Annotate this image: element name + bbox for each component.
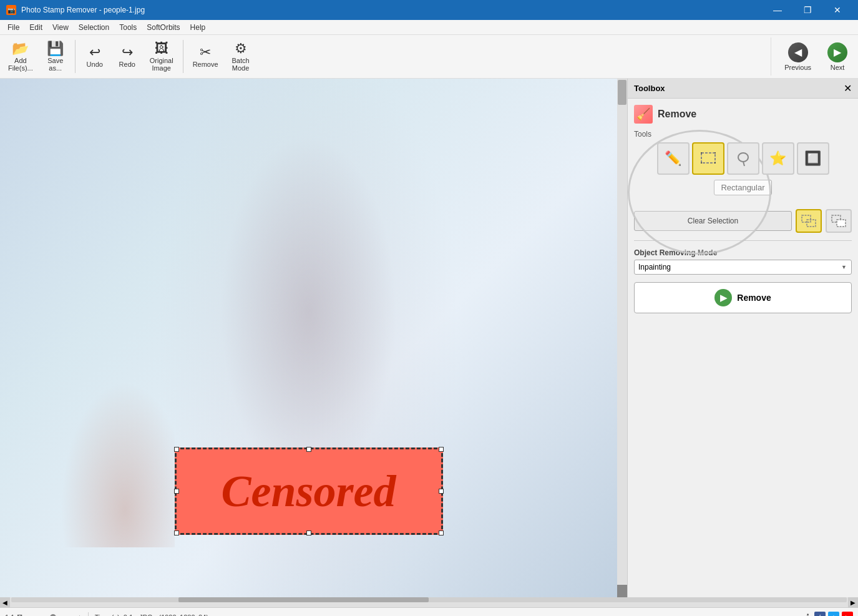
remove-button[interactable]: ✂ Remove <box>187 37 224 76</box>
censored-text: Censored <box>221 466 396 517</box>
canvas-area[interactable]: Censored <box>0 79 627 597</box>
zoom-thumb[interactable] <box>50 614 56 617</box>
next-button[interactable]: ▶ Next <box>819 37 856 76</box>
rectangular-tool-button[interactable] <box>692 142 724 175</box>
redo-icon: ↪ <box>122 46 133 59</box>
pencil-tool-button[interactable]: ✏️ <box>657 142 690 175</box>
remove-toolbar-icon: ✂ <box>200 46 211 59</box>
svg-rect-3 <box>701 162 702 164</box>
app-icon: 📷 <box>6 5 16 15</box>
selection-handle-tm <box>306 447 311 452</box>
status-separator <box>88 612 89 617</box>
scroll-left-button[interactable]: ◀ <box>0 597 10 607</box>
mode-label: Object Removing Mode <box>634 248 852 257</box>
svg-rect-4 <box>714 162 716 164</box>
toolbar-separator-1 <box>75 40 76 73</box>
social-icon-1[interactable]: f <box>814 612 826 617</box>
remove-title: Remove <box>658 109 696 120</box>
h-scroll-thumb[interactable] <box>178 597 429 602</box>
toolbar: 📂 AddFile(s)... 💾 Saveas... ↩ Undo ↪ Red… <box>0 35 858 79</box>
title-bar: 📷 Photo Stamp Remover - people-1.jpg — ❐… <box>0 0 858 20</box>
vertical-scrollbar[interactable] <box>617 79 627 585</box>
add-files-icon: 📂 <box>12 42 29 56</box>
svg-rect-6 <box>802 215 811 222</box>
h-scroll-track[interactable] <box>11 597 847 602</box>
svg-rect-0 <box>701 153 715 163</box>
selection-handle-ml <box>174 489 179 494</box>
redo-button[interactable]: ↪ Redo <box>112 37 143 76</box>
menu-view[interactable]: View <box>47 22 74 33</box>
section-divider <box>634 240 852 241</box>
dimensions-label: (1920x1280x24) <box>158 614 208 617</box>
selection-handle-bm <box>306 530 311 535</box>
batch-mode-button[interactable]: ⚙ BatchMode <box>225 37 256 76</box>
rectangular-label: Rectangular <box>657 177 829 198</box>
save-label: Saveas... <box>47 57 63 72</box>
format-label: JPG <box>139 614 152 617</box>
window-controls: — ❐ ✕ <box>763 0 852 20</box>
previous-icon: ◀ <box>788 42 808 62</box>
svg-point-5 <box>738 153 748 162</box>
undo-button[interactable]: ↩ Undo <box>79 37 110 76</box>
menu-tools[interactable]: Tools <box>114 22 142 33</box>
rectangular-text: Rectangular <box>714 180 771 195</box>
previous-label: Previous <box>784 64 811 71</box>
selection-subtract-button[interactable] <box>826 209 852 233</box>
vertical-scroll-thumb[interactable] <box>618 80 626 105</box>
stamp-tool-button[interactable]: 🔲 <box>797 142 829 175</box>
status-bar: 1:1 ⊠ + Time (s): 0.1 JPG (1920x1280x24)… <box>0 607 858 616</box>
toolbox-panel: Toolbox ✕ 🧹 Remove Tools ✏️ <box>627 79 858 597</box>
close-button[interactable]: ✕ <box>823 0 852 20</box>
save-icon: 💾 <box>47 42 64 56</box>
svg-rect-1 <box>701 152 702 154</box>
next-icon: ▶ <box>827 42 847 62</box>
remove-header: 🧹 Remove <box>634 105 852 124</box>
remove-label: Remove <box>193 61 218 68</box>
menu-selection[interactable]: Selection <box>74 22 114 33</box>
svg-rect-2 <box>714 152 716 154</box>
selection-handle-br <box>439 530 444 535</box>
add-files-button[interactable]: 📂 AddFile(s)... <box>2 37 39 76</box>
remove-btn-label: Remove <box>737 293 771 303</box>
menu-softorbits[interactable]: SoftOrbits <box>142 22 185 33</box>
original-label: OriginalImage <box>150 57 173 72</box>
title-bar-title: Photo Stamp Remover - people-1.jpg <box>21 6 145 14</box>
toolbox-title: Toolbox <box>634 84 665 93</box>
menu-file[interactable]: File <box>2 22 24 33</box>
tools-area: ✏️ <box>634 142 852 203</box>
zoom-level: 1:1 <box>5 614 14 617</box>
canvas-image: Censored <box>0 79 617 597</box>
selection-row: Clear Selection <box>634 209 852 233</box>
tools-row: ✏️ <box>657 142 829 175</box>
social-icons: f t ▶ <box>814 612 853 617</box>
scroll-right-button[interactable]: ▶ <box>848 597 858 607</box>
social-icon-3[interactable]: ▶ <box>842 612 853 617</box>
info-icon: ℹ <box>806 612 809 617</box>
selection-add-button[interactable] <box>796 209 822 233</box>
mode-select[interactable]: Inpainting Content Aware Fast <box>634 260 852 275</box>
toolbar-separator-2 <box>183 40 183 73</box>
menu-edit[interactable]: Edit <box>24 22 47 33</box>
previous-button[interactable]: ◀ Previous <box>776 37 819 76</box>
remove-action-button[interactable]: ▶ Remove <box>634 282 852 313</box>
main-content: Censored Toolbox ✕ 🧹 Remove Tools <box>0 79 858 597</box>
next-label: Next <box>831 64 845 71</box>
magic-tool-button[interactable]: ⭐ <box>762 142 794 175</box>
tools-label: Tools <box>634 130 852 139</box>
save-as-button[interactable]: 💾 Saveas... <box>40 37 71 76</box>
menu-bar: File Edit View Selection Tools SoftOrbit… <box>0 20 858 35</box>
lasso-tool-button[interactable] <box>727 142 759 175</box>
original-image-button[interactable]: 🖼 OriginalImage <box>144 37 179 76</box>
social-icon-2[interactable]: t <box>828 612 839 617</box>
toolbox-header: Toolbox ✕ <box>628 79 858 99</box>
maximize-button[interactable]: ❐ <box>793 0 822 20</box>
toolbox-close-button[interactable]: ✕ <box>844 82 852 94</box>
clear-selection-button[interactable]: Clear Selection <box>634 211 792 231</box>
selection-handle-tl <box>174 447 179 452</box>
menu-help[interactable]: Help <box>185 22 211 33</box>
selection-handle-tr <box>439 447 444 452</box>
h-scroll-container: ◀ ▶ <box>0 597 858 607</box>
batch-label: BatchMode <box>232 57 250 72</box>
minimize-button[interactable]: — <box>763 0 792 20</box>
batch-icon: ⚙ <box>235 42 247 56</box>
